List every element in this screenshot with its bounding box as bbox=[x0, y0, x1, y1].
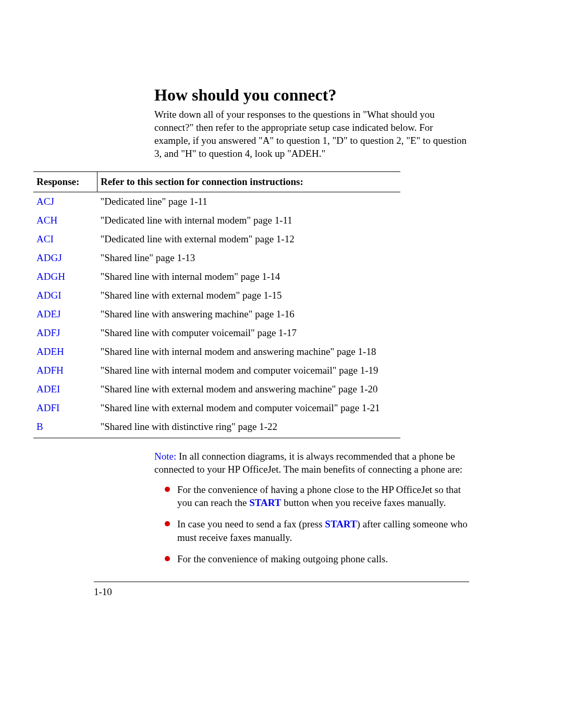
header-response: Response: bbox=[33, 172, 97, 192]
response-desc: "Shared line" page 1-13 bbox=[97, 249, 401, 267]
page-heading: How should you connect? bbox=[154, 86, 469, 105]
main-content: How should you connect? Write down all o… bbox=[154, 86, 469, 160]
bullet-text-post: button when you receive faxes manually. bbox=[282, 497, 446, 508]
response-desc: "Shared line with computer voicemail" pa… bbox=[97, 324, 401, 342]
response-code[interactable]: B bbox=[33, 417, 97, 438]
table-row: ADEJ "Shared line with answering machine… bbox=[33, 305, 400, 324]
response-code[interactable]: ADFJ bbox=[33, 324, 97, 342]
table-header-row: Response: Refer to this section for conn… bbox=[33, 172, 400, 192]
table-row: ACI "Dedicated line with external modem"… bbox=[33, 230, 400, 249]
start-keyword: START bbox=[325, 519, 357, 529]
response-desc: "Dedicated line with external modem" pag… bbox=[97, 230, 401, 249]
response-code[interactable]: ADGI bbox=[33, 286, 97, 305]
response-desc: "Shared line with internal modem and ans… bbox=[97, 342, 401, 361]
table-row: ACJ "Dedicated line" page 1-11 bbox=[33, 192, 400, 212]
list-item: For the convenience of having a phone cl… bbox=[154, 483, 469, 509]
response-desc: "Shared line with answering machine" pag… bbox=[97, 305, 401, 324]
response-code[interactable]: ADFI bbox=[33, 399, 97, 417]
connection-table: Response: Refer to this section for conn… bbox=[33, 171, 400, 438]
response-desc: "Shared line with distinctive ring" page… bbox=[97, 417, 401, 438]
response-desc: "Shared line with internal modem and com… bbox=[97, 361, 401, 380]
footer-rule bbox=[94, 582, 469, 582]
table-row: ADGI "Shared line with external modem" p… bbox=[33, 286, 400, 305]
table-row: ADGJ "Shared line" page 1-13 bbox=[33, 249, 400, 267]
response-desc: "Shared line with external modem and com… bbox=[97, 399, 401, 417]
table-row: ADEH "Shared line with internal modem an… bbox=[33, 342, 400, 361]
table-row: ADFH "Shared line with internal modem an… bbox=[33, 361, 400, 380]
response-desc: "Dedicated line with internal modem" pag… bbox=[97, 211, 401, 230]
page-number: 1-10 bbox=[94, 586, 112, 598]
response-code[interactable]: ADEI bbox=[33, 380, 97, 399]
note-text: In all connection diagrams, it is always… bbox=[154, 451, 462, 475]
response-code[interactable]: ACJ bbox=[33, 192, 97, 212]
table-row: B "Shared line with distinctive ring" pa… bbox=[33, 417, 400, 438]
response-code[interactable]: ADGJ bbox=[33, 249, 97, 267]
response-code[interactable]: ADEH bbox=[33, 342, 97, 361]
after-table-content: Note: In all connection diagrams, it is … bbox=[154, 450, 469, 565]
table-row: ADFI "Shared line with external modem an… bbox=[33, 399, 400, 417]
response-code[interactable]: ADFH bbox=[33, 361, 97, 380]
response-code[interactable]: ACH bbox=[33, 211, 97, 230]
table-row: ACH "Dedicated line with internal modem"… bbox=[33, 211, 400, 230]
response-code[interactable]: ADEJ bbox=[33, 305, 97, 324]
response-desc: "Dedicated line" page 1-11 bbox=[97, 192, 401, 212]
table-row: ADFJ "Shared line with computer voicemai… bbox=[33, 324, 400, 342]
list-item: In case you need to send a fax (press ST… bbox=[154, 517, 469, 544]
intro-paragraph: Write down all of your responses to the … bbox=[154, 108, 469, 160]
note-paragraph: Note: In all connection diagrams, it is … bbox=[154, 450, 469, 476]
response-desc: "Shared line with internal modem" page 1… bbox=[97, 267, 401, 286]
bullet-text-pre: In case you need to send a fax (press bbox=[177, 519, 325, 529]
benefits-list: For the convenience of having a phone cl… bbox=[154, 483, 469, 565]
response-code[interactable]: ADGH bbox=[33, 267, 97, 286]
header-refer: Refer to this section for connection ins… bbox=[97, 172, 401, 192]
response-desc: "Shared line with external modem and ans… bbox=[97, 380, 401, 399]
table-row: ADGH "Shared line with internal modem" p… bbox=[33, 267, 400, 286]
response-code[interactable]: ACI bbox=[33, 230, 97, 249]
response-desc: "Shared line with external modem" page 1… bbox=[97, 286, 401, 305]
start-keyword: START bbox=[249, 497, 281, 508]
document-page: How should you connect? Write down all o… bbox=[0, 0, 563, 728]
table-row: ADEI "Shared line with external modem an… bbox=[33, 380, 400, 399]
list-item: For the convenience of making outgoing p… bbox=[154, 552, 469, 565]
table-body: ACJ "Dedicated line" page 1-11 ACH "Dedi… bbox=[33, 192, 400, 438]
note-prefix: Note: bbox=[154, 451, 176, 462]
bullet-text: For the convenience of making outgoing p… bbox=[177, 553, 388, 564]
